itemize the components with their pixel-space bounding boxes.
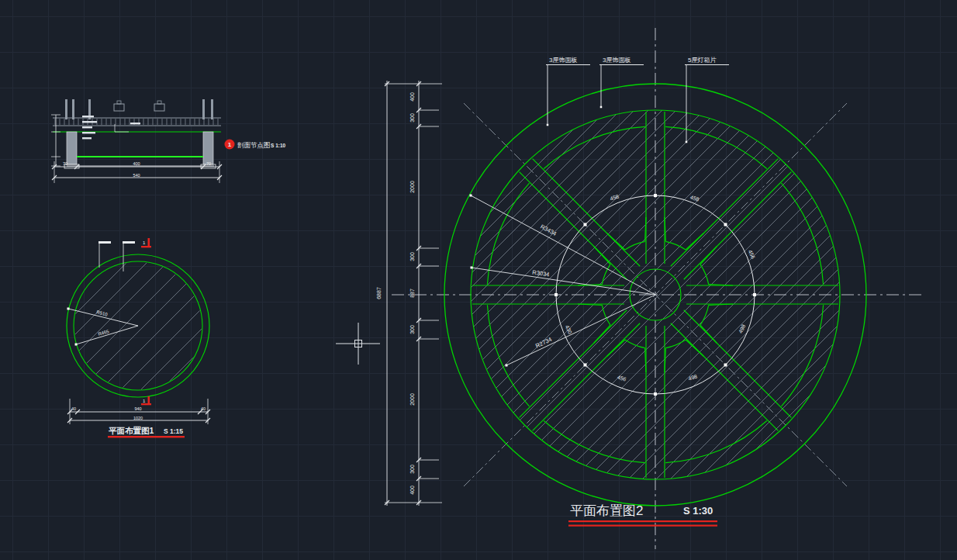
dim-label: 2000 xyxy=(409,181,415,193)
dim-total-label: 540 xyxy=(133,173,140,178)
crosshair-cursor xyxy=(336,323,380,365)
dim-label: 300 xyxy=(409,465,415,474)
svg-text:1: 1 xyxy=(143,240,146,245)
dim-label: 940 xyxy=(134,406,141,411)
dim-label: 400 xyxy=(133,161,140,166)
arc-length-label: 456 xyxy=(748,249,756,260)
dim-label: 40 xyxy=(201,406,206,411)
callout-label: 5厘灯箱片 xyxy=(688,57,716,64)
dim-label: 400 xyxy=(409,486,415,495)
title-underline xyxy=(108,436,185,437)
arc-length-label: 456 xyxy=(617,374,627,382)
title-underline xyxy=(568,520,717,522)
arc-length-label: 458 xyxy=(610,193,620,201)
dim-label: 887 xyxy=(409,289,415,298)
dim-label: 40 xyxy=(71,406,76,411)
section-detail-annotations: 1 剖面节点图 S 1:10 70 400 70 540 xyxy=(63,140,286,178)
radius-label: R3434 xyxy=(539,223,558,237)
hatch-lines-large xyxy=(129,0,957,560)
detail-badge-number: 1 xyxy=(228,141,232,148)
cad-viewport[interactable]: 3厘饰面板 3厘饰面板 5厘灯箱片 R3434 R3034 R2734 458 … xyxy=(0,0,957,560)
dim-label: 2000 xyxy=(409,393,415,406)
dim-total-label: 6887 xyxy=(376,287,382,299)
axis-centerlines xyxy=(392,28,924,549)
dim-label: 300 xyxy=(409,325,415,334)
dim-label: 300 xyxy=(409,113,415,123)
section-detail-geometry xyxy=(51,99,222,183)
dim-label: 400 xyxy=(409,92,415,102)
arc-length-label: 458 xyxy=(689,194,700,202)
drawing-title: 剖面节点图 xyxy=(237,141,271,149)
dim-total-label: 1020 xyxy=(133,416,143,420)
drawing-scale: S 1:15 xyxy=(164,427,183,435)
title-underline xyxy=(568,525,717,527)
drawing-title: 平面布置图1 xyxy=(109,426,154,435)
section-cut-marker: 1 xyxy=(141,238,151,247)
section-cut-marker: 1 xyxy=(141,396,151,405)
dim-label: 300 xyxy=(409,252,415,261)
cad-canvas[interactable]: 3厘饰面板 3厘饰面板 5厘灯箱片 R3434 R3034 R2734 458 … xyxy=(0,0,957,560)
arc-length-label: 498 xyxy=(738,323,746,334)
drawing-scale: S 1:10 xyxy=(271,143,286,148)
drawing-title: 平面布置图2 xyxy=(570,503,643,518)
callout-label: 3厘饰面板 xyxy=(603,57,631,64)
dim-label: 70 xyxy=(206,161,211,166)
cad-linework xyxy=(0,0,957,560)
callout-leaders xyxy=(546,65,729,143)
small-plan-geometry xyxy=(67,241,210,424)
arc-length-label: 498 xyxy=(688,373,698,381)
dim-label: 70 xyxy=(63,161,67,166)
drawing-scale: S 1:30 xyxy=(683,505,713,517)
hatch-lines-small xyxy=(0,0,580,560)
callout-label: 3厘饰面板 xyxy=(549,57,577,64)
svg-text:1: 1 xyxy=(143,399,146,403)
